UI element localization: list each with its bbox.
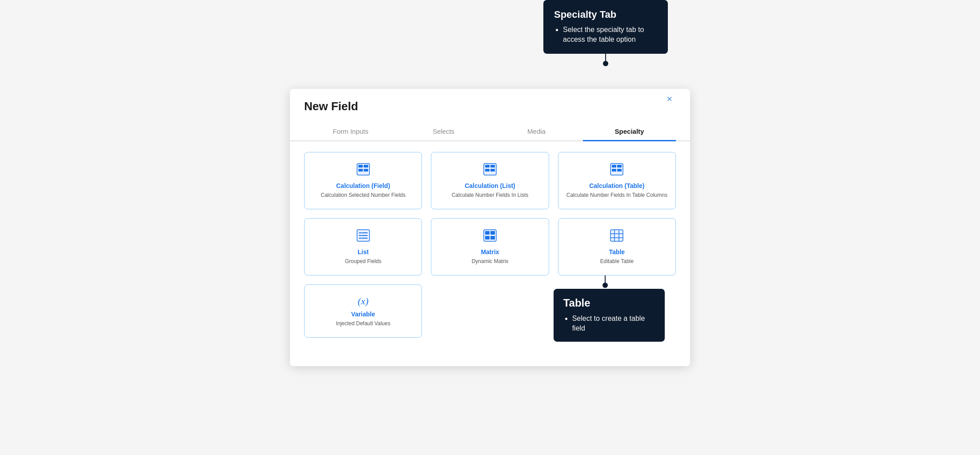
modal-wrapper: Specialty Tab Select the specialty tab t… xyxy=(290,89,690,366)
svg-rect-13 xyxy=(612,169,616,172)
table-tooltip-title: Table xyxy=(563,297,655,309)
specialty-tooltip-bullet: Select the specialty tab to access the t… xyxy=(563,25,657,45)
svg-rect-11 xyxy=(612,165,616,168)
specialty-tooltip-title: Specialty Tab xyxy=(554,9,657,20)
calc-field-desc: Calculation Selected Number Fields xyxy=(321,192,406,198)
svg-rect-9 xyxy=(490,169,495,172)
svg-rect-25 xyxy=(485,236,490,239)
field-card-list[interactable]: List Grouped Fields xyxy=(304,218,422,275)
svg-rect-23 xyxy=(485,231,490,235)
svg-rect-12 xyxy=(617,165,622,168)
table-name: Table xyxy=(609,248,625,255)
calc-list-name: Calculation (List) xyxy=(465,182,515,189)
tab-form-inputs[interactable]: Form Inputs xyxy=(304,122,397,140)
tab-specialty[interactable]: Specialty xyxy=(583,122,676,140)
field-card-calculation-list[interactable]: Calculation (List) Calculate Number Fiel… xyxy=(431,152,549,209)
table-card-container: Table Editable Table Table Select to cre… xyxy=(558,218,676,275)
table-desc: Editable Table xyxy=(600,258,634,264)
calc-field-name: Calculation (Field) xyxy=(336,182,390,189)
svg-rect-8 xyxy=(485,169,490,172)
fields-grid: Calculation (Field) Calculation Selected… xyxy=(290,141,690,348)
calc-field-icon xyxy=(357,163,370,179)
svg-rect-4 xyxy=(364,169,368,172)
svg-rect-7 xyxy=(490,165,495,168)
tabs-container: Form Inputs Selects Media Specialty xyxy=(290,122,690,141)
field-card-table[interactable]: Table Editable Table xyxy=(558,218,676,275)
specialty-tooltip: Specialty Tab Select the specialty tab t… xyxy=(543,0,668,54)
table-icon xyxy=(610,229,623,245)
svg-rect-14 xyxy=(617,169,622,172)
calc-table-name: Calculation (Table) xyxy=(589,182,644,189)
close-button[interactable]: × xyxy=(663,92,676,106)
variable-icon: (x) xyxy=(357,295,368,307)
field-card-calculation-field[interactable]: Calculation (Field) Calculation Selected… xyxy=(304,152,422,209)
tab-media[interactable]: Media xyxy=(490,122,583,140)
svg-rect-2 xyxy=(364,165,368,168)
modal-header: New Field × xyxy=(290,89,690,113)
table-tooltip: Table Select to create a table field xyxy=(554,289,665,342)
modal: New Field × Form Inputs Selects Media Sp… xyxy=(290,89,690,366)
calc-table-desc: Calculate Number Fields In Table Columns xyxy=(566,192,667,198)
table-tooltip-bullet: Select to create a table field xyxy=(572,314,655,334)
calc-table-icon xyxy=(610,163,623,179)
field-card-matrix[interactable]: Matrix Dynamic Matrix xyxy=(431,218,549,275)
tab-selects[interactable]: Selects xyxy=(397,122,490,140)
svg-rect-3 xyxy=(358,169,363,172)
calc-list-icon xyxy=(483,163,497,179)
calc-list-desc: Calculate Number Fields In Lists xyxy=(452,192,529,198)
field-card-variable[interactable]: (x) Variable Injected Default Values xyxy=(304,284,422,338)
svg-rect-27 xyxy=(610,230,623,241)
svg-rect-6 xyxy=(485,165,490,168)
matrix-desc: Dynamic Matrix xyxy=(472,258,509,264)
modal-title: New Field xyxy=(304,100,358,113)
list-icon xyxy=(357,229,370,245)
svg-rect-24 xyxy=(490,231,495,235)
field-card-calculation-table[interactable]: Calculation (Table) Calculate Number Fie… xyxy=(558,152,676,209)
list-name: List xyxy=(357,248,369,255)
matrix-name: Matrix xyxy=(481,248,499,255)
svg-rect-1 xyxy=(358,165,363,168)
variable-name: Variable xyxy=(351,311,375,318)
list-desc: Grouped Fields xyxy=(345,258,382,264)
svg-rect-26 xyxy=(490,236,495,239)
variable-desc: Injected Default Values xyxy=(336,320,390,327)
matrix-icon xyxy=(483,229,497,245)
